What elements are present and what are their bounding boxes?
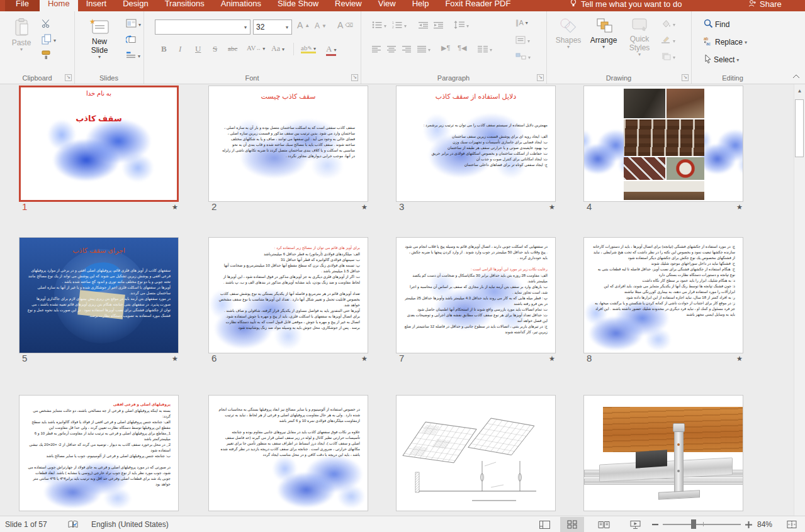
section-button[interactable]: ▾: [126, 50, 140, 62]
new-slide-dropdown-arrow[interactable]: ▾: [98, 55, 101, 59]
slide-thumbnail-11[interactable]: [396, 395, 556, 511]
vertical-scrollbar[interactable]: ▲: [794, 84, 805, 516]
decrease-indent-icon: [419, 20, 428, 31]
quick-styles-button[interactable]: Quick Styles ▾: [623, 18, 656, 57]
bold-button[interactable]: B: [161, 44, 167, 54]
slide-thumbnail-10[interactable]: در خصوص استفاده از آلومینیوم و یا سایر م…: [208, 395, 368, 511]
tab-design[interactable]: Design: [115, 0, 156, 11]
group-clipboard: Paste ▾ ▾ Clipboard ↘: [0, 11, 75, 84]
zoom-out-button[interactable]: [652, 516, 658, 532]
tab-transitions[interactable]: Transitions: [157, 0, 213, 11]
character-spacing-button[interactable]: AV↔ ▾: [247, 44, 265, 52]
paste-button[interactable]: Paste ▾: [6, 18, 37, 52]
bullets-button[interactable]: ▾: [372, 20, 386, 31]
slide-counter: Slide 1 of 57: [5, 516, 47, 532]
layout-button[interactable]: ▾: [126, 19, 141, 30]
fit-to-window-button[interactable]: [787, 516, 797, 532]
paragraph-dialog-launcher[interactable]: ↘: [537, 74, 544, 81]
font-size-combo[interactable]: 32▾: [253, 19, 292, 35]
slide-thumbnail-9[interactable]: پروفیلهای اصلی و فرعی افقی بسته به اینكه…: [19, 395, 179, 511]
tab-animations[interactable]: Animations: [213, 0, 269, 11]
increase-indent-button[interactable]: [434, 20, 443, 31]
hanger-bolt-head: [673, 423, 685, 432]
select-button[interactable]: Select ▾: [704, 54, 739, 65]
normal-view-button[interactable]: [532, 517, 556, 532]
line-spacing-button[interactable]: ▾: [454, 20, 469, 31]
copy-button[interactable]: ▾: [42, 34, 56, 47]
copy-dropdown-arrow[interactable]: ▾: [53, 38, 56, 43]
underline-button[interactable]: U: [195, 44, 201, 54]
zoom-level[interactable]: 84%: [757, 516, 772, 532]
share-button[interactable]: Share: [748, 0, 782, 11]
align-center-button[interactable]: [387, 44, 396, 55]
slide-thumbnail-2[interactable]: سقف كاذب چیست سقف كاذب سقفی است كه به اس…: [208, 86, 368, 202]
strikethrough-button[interactable]: abc: [228, 45, 237, 52]
collapse-ribbon-button[interactable]: [792, 70, 800, 81]
slide-thumbnail-5[interactable]: اجرای سقف كاذب سقفهای كاذب از آویز های ف…: [19, 237, 179, 353]
left-to-right-button[interactable]: ▶¶: [441, 44, 450, 52]
cut-button[interactable]: [42, 19, 51, 31]
align-left-button[interactable]: [372, 44, 381, 55]
replace-button[interactable]: abac Replace ▾: [704, 36, 747, 48]
tab-file[interactable]: File: [5, 0, 40, 11]
slide-thumbnail-8[interactable]: چ: در مورد استفاده از چكشهای فشنگی (تپان…: [583, 237, 743, 353]
italic-button[interactable]: I: [179, 44, 181, 54]
align-right-button[interactable]: [402, 44, 411, 55]
clipboard-dialog-launcher[interactable]: ↘: [65, 74, 72, 81]
star-icon: ★: [736, 203, 743, 211]
new-slide-button[interactable]: ★ New Slide ▾: [82, 18, 117, 59]
zoom-slider-track[interactable]: [663, 524, 741, 525]
increase-font-size-button[interactable]: A▲: [297, 20, 310, 30]
find-button[interactable]: Find: [704, 19, 729, 30]
clear-formatting-button[interactable]: A⌫: [337, 20, 353, 30]
zoom-slider-thumb[interactable]: [691, 519, 696, 529]
slide-show-button[interactable]: [623, 517, 647, 532]
shape-outline-button[interactable]: ▾: [661, 35, 675, 47]
justify-button[interactable]: ▾: [417, 44, 431, 55]
shapes-button[interactable]: Shapes ▾: [551, 18, 585, 49]
tab-view[interactable]: View: [370, 0, 404, 11]
align-text-button[interactable]: ▾: [515, 35, 530, 47]
decrease-font-size-button[interactable]: A▼: [315, 21, 327, 30]
text-shadow-button[interactable]: S: [213, 44, 217, 54]
slide-sorter-view-button[interactable]: [560, 517, 584, 532]
change-case-button[interactable]: Aa ▾: [271, 44, 284, 53]
right-to-left-button[interactable]: ¶◀: [458, 44, 466, 52]
shape-effects-button[interactable]: ▾: [661, 52, 675, 63]
arrange-button[interactable]: Arrange ▾: [585, 18, 622, 49]
drawing-dialog-launcher[interactable]: ↘: [682, 74, 689, 81]
highlight-color-button[interactable]: ab✎▾: [301, 44, 316, 53]
format-painter-button[interactable]: [42, 50, 51, 62]
scrollbar-thumb[interactable]: [795, 99, 804, 157]
columns-button[interactable]: ▾: [478, 44, 492, 55]
tab-insert[interactable]: Insert: [78, 0, 115, 11]
slide-thumbnail-1[interactable]: به نام خدا سقف كاذب: [19, 86, 179, 202]
font-dialog-launcher[interactable]: ↘: [351, 74, 358, 81]
tab-review[interactable]: Review: [327, 0, 370, 11]
slide-thumbnail-4[interactable]: [583, 86, 743, 202]
tab-help[interactable]: Help: [404, 0, 437, 11]
scroll-up-arrow[interactable]: ▲: [795, 86, 804, 97]
text-direction-button[interactable]: ∥A▾: [515, 19, 528, 27]
decrease-indent-button[interactable]: [419, 20, 428, 31]
slide-thumbnail-6[interactable]: برای آویز های قائم می توان از مصالح زیر …: [208, 237, 368, 353]
paste-dropdown-arrow[interactable]: ▾: [20, 47, 23, 52]
tell-me-box[interactable]: Tell me what you want to do: [570, 0, 682, 11]
tab-home[interactable]: Home: [40, 0, 78, 11]
convert-to-smartart-button[interactable]: ▾: [515, 52, 531, 63]
tab-foxit-reader-pdf[interactable]: Foxit Reader PDF: [437, 0, 519, 11]
numbering-button[interactable]: 12▾: [392, 20, 407, 31]
slide-thumbnail-7[interactable]: در سقفهایی كه اسكلت چوبی دارند ، اتصال آ…: [396, 237, 556, 353]
language-indicator[interactable]: English (United States): [91, 516, 169, 532]
reset-button[interactable]: [126, 35, 136, 47]
font-name-combo[interactable]: ▾: [155, 19, 251, 35]
slide-thumbnail-12[interactable]: [583, 395, 743, 511]
zoom-in-button[interactable]: [745, 516, 752, 532]
font-color-button[interactable]: A▾: [326, 44, 336, 56]
tab-slide-show[interactable]: Slide Show: [269, 0, 327, 11]
reading-view-button[interactable]: [592, 517, 616, 532]
slide-thumbnail-3[interactable]: دلایل استفاده از سقف كاذب مهمترین دلایل …: [396, 86, 556, 202]
shape-fill-button[interactable]: ▾: [661, 19, 675, 30]
spellcheck-icon[interactable]: [68, 516, 78, 532]
reset-icon: [126, 35, 136, 47]
